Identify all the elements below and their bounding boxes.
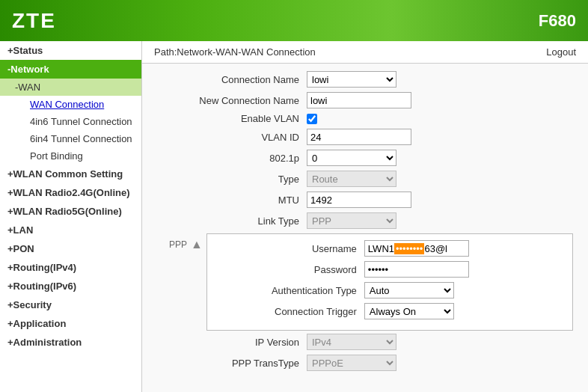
ppp-transtype-label: PPP TransType bbox=[157, 358, 307, 369]
new-connection-name-row: New Connection Name bbox=[157, 92, 573, 108]
conn-trigger-select[interactable]: Always On Manual On Demand bbox=[364, 303, 454, 319]
sidebar-item-4in6[interactable]: 4in6 Tunnel Connection bbox=[0, 113, 141, 130]
link-type-label: Link Type bbox=[157, 215, 307, 227]
new-connection-name-input[interactable] bbox=[307, 92, 411, 108]
sidebar-item-security[interactable]: +Security bbox=[0, 295, 141, 314]
mtu-row: MTU bbox=[157, 192, 573, 208]
model-label: F680 bbox=[539, 11, 576, 31]
conn-trigger-row: Connection Trigger Always On Manual On D… bbox=[215, 303, 565, 319]
logout-button[interactable]: Logout bbox=[546, 46, 576, 58]
password-row: Password bbox=[215, 261, 565, 278]
sidebar-item-lan[interactable]: +LAN bbox=[0, 221, 141, 239]
type-label: Type bbox=[157, 174, 307, 185]
connection-name-select[interactable]: lowi bbox=[307, 71, 396, 88]
username-middle: •••••••• bbox=[394, 243, 424, 254]
mtu-label: MTU bbox=[157, 195, 307, 206]
zte-logo: ZTE bbox=[12, 9, 56, 33]
dot1p-row: 802.1p 0 1 2 bbox=[157, 150, 573, 166]
username-suffix: 63@l bbox=[424, 243, 447, 254]
ppp-box: Username LWN1••••••••63@l Password Authe… bbox=[206, 233, 573, 331]
mtu-input[interactable] bbox=[307, 192, 411, 208]
vlan-id-row: VLAN ID bbox=[157, 129, 573, 145]
ppp-container: PPP ▲ Username LWN1••••••••63@l Password bbox=[157, 233, 573, 331]
ppp-toggle-icon[interactable]: ▲ bbox=[191, 238, 203, 251]
sidebar-item-routing-ipv4[interactable]: +Routing(IPv4) bbox=[0, 258, 141, 277]
sidebar-item-network[interactable]: -Network bbox=[0, 60, 141, 79]
sidebar-item-port-binding[interactable]: Port Binding bbox=[0, 147, 141, 165]
username-row: Username LWN1••••••••63@l bbox=[215, 240, 565, 257]
type-select[interactable]: Route bbox=[307, 171, 396, 187]
sidebar-item-status[interactable]: +Status bbox=[0, 41, 141, 60]
sidebar-item-wlan-24[interactable]: +WLAN Radio2.4G(Online) bbox=[0, 183, 141, 202]
ppp-transtype-select[interactable]: PPPoE PPPoA bbox=[307, 355, 396, 371]
enable-vlan-checkbox[interactable] bbox=[307, 114, 317, 124]
dot1p-label: 802.1p bbox=[157, 153, 307, 164]
path-bar: Path:Network-WAN-WAN Connection Logout bbox=[142, 41, 588, 64]
sidebar-item-wan[interactable]: -WAN bbox=[0, 79, 141, 96]
main-layout: +Status -Network -WAN WAN Connection 4in… bbox=[0, 41, 588, 392]
type-row: Type Route bbox=[157, 171, 573, 187]
sidebar-item-administration[interactable]: +Administration bbox=[0, 333, 141, 352]
username-label: Username bbox=[215, 243, 364, 254]
sidebar-item-wan-connection[interactable]: WAN Connection bbox=[0, 96, 141, 113]
username-display: LWN1••••••••63@l bbox=[364, 240, 469, 257]
link-type-row: Link Type PPP bbox=[157, 212, 573, 229]
vlan-id-input[interactable] bbox=[307, 129, 411, 145]
sidebar: +Status -Network -WAN WAN Connection 4in… bbox=[0, 41, 142, 392]
link-type-select[interactable]: PPP bbox=[307, 212, 396, 229]
ip-version-select[interactable]: IPv4 IPv6 IPv4/IPv6 bbox=[307, 334, 396, 350]
password-input[interactable] bbox=[364, 261, 469, 278]
content-area: Path:Network-WAN-WAN Connection Logout C… bbox=[142, 41, 588, 392]
new-connection-name-label: New Connection Name bbox=[157, 95, 307, 106]
auth-type-row: Authentication Type Auto PAP CHAP bbox=[215, 282, 565, 298]
connection-name-label: Connection Name bbox=[157, 74, 307, 85]
ppp-label: PPP bbox=[157, 233, 191, 250]
form-area: Connection Name lowi New Connection Name… bbox=[142, 64, 588, 383]
ppp-transtype-row: PPP TransType PPPoE PPPoA bbox=[157, 355, 573, 371]
enable-vlan-row: Enable VLAN bbox=[157, 113, 573, 124]
sidebar-item-pon[interactable]: +PON bbox=[0, 239, 141, 258]
conn-trigger-label: Connection Trigger bbox=[215, 306, 364, 317]
sidebar-item-6in4[interactable]: 6in4 Tunnel Connection bbox=[0, 130, 141, 147]
sidebar-item-routing-ipv6[interactable]: +Routing(IPv6) bbox=[0, 277, 141, 295]
ip-version-row: IP Version IPv4 IPv6 IPv4/IPv6 bbox=[157, 334, 573, 350]
header: ZTE F680 bbox=[0, 0, 588, 41]
username-prefix: LWN1 bbox=[368, 243, 394, 254]
password-label: Password bbox=[215, 264, 364, 275]
dot1p-select[interactable]: 0 1 2 bbox=[307, 150, 396, 166]
enable-vlan-label: Enable VLAN bbox=[157, 113, 307, 124]
connection-name-row: Connection Name lowi bbox=[157, 71, 573, 88]
vlan-id-label: VLAN ID bbox=[157, 132, 307, 143]
auth-type-label: Authentication Type bbox=[215, 285, 364, 296]
auth-type-select[interactable]: Auto PAP CHAP bbox=[364, 282, 454, 298]
sidebar-item-application[interactable]: +Application bbox=[0, 314, 141, 333]
breadcrumb: Path:Network-WAN-WAN Connection bbox=[154, 46, 316, 58]
sidebar-item-wlan-5g[interactable]: +WLAN Radio5G(Online) bbox=[0, 202, 141, 221]
ip-version-label: IP Version bbox=[157, 337, 307, 348]
sidebar-item-wlan-common[interactable]: +WLAN Common Setting bbox=[0, 165, 141, 183]
